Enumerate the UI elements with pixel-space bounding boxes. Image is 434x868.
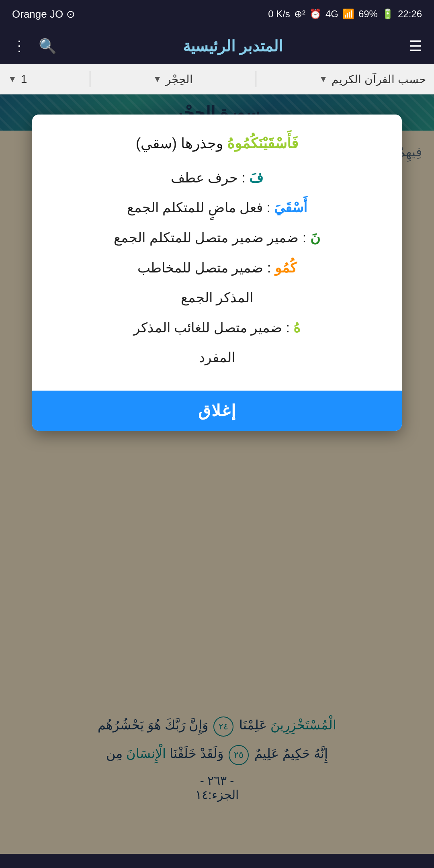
kumu-description: ضمير متصل للمخاطب (137, 260, 263, 275)
surah-arrow[interactable]: ▼ (153, 74, 162, 84)
wifi-icon: ⊕² (294, 8, 305, 20)
word-analysis-modal: فَأَسْقَيْنَكُمُوهُ وجذرها (سقي) فَ : حر… (32, 115, 402, 431)
network-icon: 4G (326, 8, 338, 20)
modal-hu-line: هُ : ضمير متصل للغائب المذكر (52, 315, 382, 341)
filter-divider-2 (90, 71, 90, 87)
signal-icon: ⊙ (66, 8, 75, 20)
modal-kumu-line: كُمُو : ضمير متصل للمخاطب (52, 255, 382, 281)
modal-main-word-line: فَأَسْقَيْنَكُمُوهُ وجذرها (سقي) (52, 131, 382, 157)
word-highlighted: فَأَسْقَيْنَكُمُوهُ (227, 135, 298, 151)
modal-hu-extra-line: المفرد (52, 344, 382, 371)
time-display: 22:26 (398, 8, 422, 20)
nav-home-button[interactable]: ○ (203, 862, 231, 868)
modal-na-line: نَ : ضمير ضمير متصل للمتكلم الجمع (52, 225, 382, 251)
ayah-number-label: 1 (21, 73, 27, 86)
fa-label: فَ (249, 170, 263, 185)
quran-type-arrow[interactable]: ▼ (319, 74, 328, 84)
na-separator: : (299, 230, 306, 245)
recents-icon[interactable]: □ (356, 866, 367, 868)
battery-icon: 🔋 (382, 8, 394, 20)
more-options-icon[interactable]: ⋮ (12, 38, 27, 55)
close-button[interactable]: إغلاق (32, 391, 402, 431)
app-title: المتدبر الرئيسية (183, 37, 283, 55)
quran-type-label: حسب القرآن الكريم (332, 73, 426, 86)
word-root-label: وجذرها (سقي) (136, 135, 223, 151)
nav-left-icons: ⋮ 🔍 (12, 38, 57, 55)
hu-separator: : (282, 320, 290, 335)
carrier-info: Orange JO ⊙ (12, 8, 75, 20)
ayah-filter[interactable]: 1 ▼ (8, 73, 27, 86)
fa-description: حرف عطف (171, 170, 238, 185)
asqa-label: أَسْقَيَ (274, 200, 307, 215)
filter-divider-1 (256, 71, 256, 87)
alarm-icon: ⏰ (309, 8, 321, 20)
hu-description: ضمير متصل للغائب المذكر (133, 320, 282, 335)
surah-name-label: الحِجْر (166, 73, 193, 86)
battery-level: 69% (358, 8, 378, 20)
modal-kumu-extra-line: المذكر الجمع (52, 285, 382, 311)
fa-separator: : (238, 170, 246, 185)
status-bar: Orange JO ⊙ 0 K/s ⊕² ⏰ 4G 📶 69% 🔋 22:26 (0, 0, 434, 28)
kumu-separator: : (263, 260, 271, 275)
signal-bars-icon: 📶 (342, 8, 354, 20)
kumu-label: كُمُو (275, 260, 297, 275)
nav-recents-button[interactable]: □ (348, 862, 376, 868)
modal-asqa-line: أَسْقَيَ : فعل ماضٍ للمتكلم الجمع (52, 194, 382, 221)
na-label: نَ (310, 230, 320, 245)
kumu-extra: المذكر الجمع (181, 290, 253, 305)
asqa-separator: : (263, 200, 270, 215)
status-right-icons: 0 K/s ⊕² ⏰ 4G 📶 69% 🔋 22:26 (268, 8, 422, 20)
search-icon[interactable]: 🔍 (39, 38, 57, 55)
surah-filter[interactable]: الحِجْر ▼ (153, 73, 193, 86)
na-description: ضمير ضمير متصل للمتكلم الجمع (114, 230, 299, 245)
hu-label: هُ (293, 320, 301, 335)
bottom-navigation: ◁ ○ □ (0, 854, 434, 868)
ayah-arrow[interactable]: ▼ (8, 74, 17, 84)
hu-extra: المفرد (199, 350, 235, 365)
back-icon[interactable]: ◁ (66, 866, 79, 868)
main-content: سورة الحِجْر فِيهِمْ وَإِنَّ رَبَّكَ لَه… (0, 94, 434, 868)
nav-back-button[interactable]: ◁ (58, 862, 86, 868)
quran-type-filter[interactable]: حسب القرآن الكريم ▼ (319, 73, 426, 86)
carrier-name: Orange JO (12, 8, 63, 20)
asqa-description: فعل ماضٍ للمتكلم الجمع (127, 200, 263, 215)
menu-icon[interactable]: ☰ (409, 38, 422, 55)
filter-bar: حسب القرآن الكريم ▼ الحِجْر ▼ 1 ▼ (0, 64, 434, 94)
nav-bar: ⋮ 🔍 المتدبر الرئيسية ☰ (0, 28, 434, 64)
home-icon[interactable]: ○ (212, 866, 223, 868)
modal-content: فَأَسْقَيْنَكُمُوهُ وجذرها (سقي) فَ : حر… (32, 115, 402, 383)
network-speed: 0 K/s (268, 8, 290, 20)
modal-fa-line: فَ : حرف عطف (52, 165, 382, 191)
